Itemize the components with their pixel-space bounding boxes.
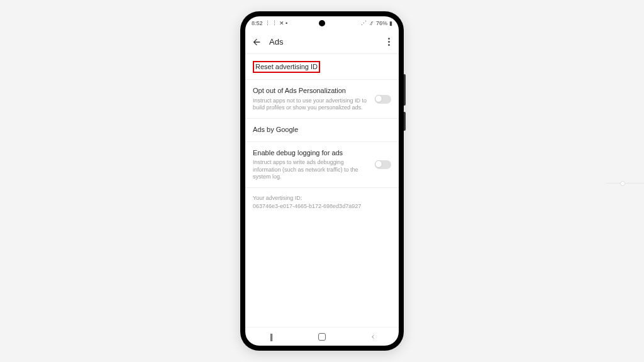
carousel-track bbox=[606, 183, 644, 184]
chevron-left-icon bbox=[370, 334, 376, 340]
navigation-bar: ||| bbox=[245, 327, 399, 346]
dot-icon bbox=[388, 38, 390, 40]
nav-recents-button[interactable]: ||| bbox=[258, 332, 284, 341]
advertising-id-value: 063746e3-e017-4665-b172-698ed3d7a927 bbox=[253, 202, 391, 211]
carousel-dot[interactable] bbox=[620, 181, 625, 186]
settings-list: Reset advertising ID Opt out of Ads Pers… bbox=[245, 54, 399, 327]
nav-back-button[interactable] bbox=[360, 334, 386, 340]
debug-logging-toggle[interactable] bbox=[375, 160, 391, 169]
debug-logging-title: Enable debug logging for ads bbox=[253, 148, 370, 158]
opt-out-toggle[interactable] bbox=[375, 95, 391, 104]
reset-advertising-id-row[interactable]: Reset advertising ID bbox=[245, 54, 399, 80]
debug-logging-row[interactable]: Enable debug logging for ads Instruct ap… bbox=[245, 142, 399, 188]
dot-icon bbox=[388, 44, 390, 46]
opt-out-ads-title: Opt out of Ads Personalization bbox=[253, 86, 370, 96]
nav-home-button[interactable] bbox=[309, 333, 335, 341]
advertising-id-label: Your advertising ID: bbox=[253, 194, 391, 202]
debug-logging-subtitle: Instruct apps to write ads debugging inf… bbox=[253, 159, 370, 181]
app-bar: Ads bbox=[245, 30, 399, 54]
dot-icon bbox=[388, 41, 390, 43]
opt-out-ads-row[interactable]: Opt out of Ads Personalization Instruct … bbox=[245, 80, 399, 119]
back-button[interactable] bbox=[252, 37, 262, 47]
power-button bbox=[404, 112, 406, 131]
home-icon bbox=[318, 333, 326, 341]
page-title: Ads bbox=[269, 37, 386, 47]
reset-advertising-id-label: Reset advertising ID bbox=[253, 61, 320, 73]
overflow-menu-button[interactable] bbox=[386, 35, 392, 48]
status-battery-icon: ▮ bbox=[389, 20, 392, 26]
advertising-id-block: Your advertising ID: 063746e3-e017-4665-… bbox=[245, 188, 399, 216]
arrow-left-icon bbox=[252, 37, 262, 47]
front-camera bbox=[319, 20, 325, 26]
phone-screen: 8:52 ⋮ ⋮ ✕ • ⋰ ⫽ 76% ▮ Ads R bbox=[245, 16, 399, 346]
ads-by-google-row[interactable]: Ads by Google bbox=[245, 119, 399, 141]
status-battery-text: 76% bbox=[376, 20, 387, 26]
status-left-icons: ⋮ ⋮ ✕ • bbox=[265, 20, 288, 26]
status-time: 8:52 bbox=[252, 20, 263, 26]
ads-by-google-label: Ads by Google bbox=[253, 125, 391, 134]
status-signal-icon: ⋰ ⫽ bbox=[361, 20, 374, 26]
opt-out-ads-subtitle: Instruct apps not to use your advertisin… bbox=[253, 97, 370, 112]
phone-frame: 8:52 ⋮ ⋮ ✕ • ⋰ ⫽ 76% ▮ Ads R bbox=[240, 11, 404, 351]
toggle-knob bbox=[375, 160, 382, 168]
volume-button bbox=[404, 74, 406, 106]
recents-icon: ||| bbox=[270, 332, 272, 341]
toggle-knob bbox=[375, 95, 382, 102]
